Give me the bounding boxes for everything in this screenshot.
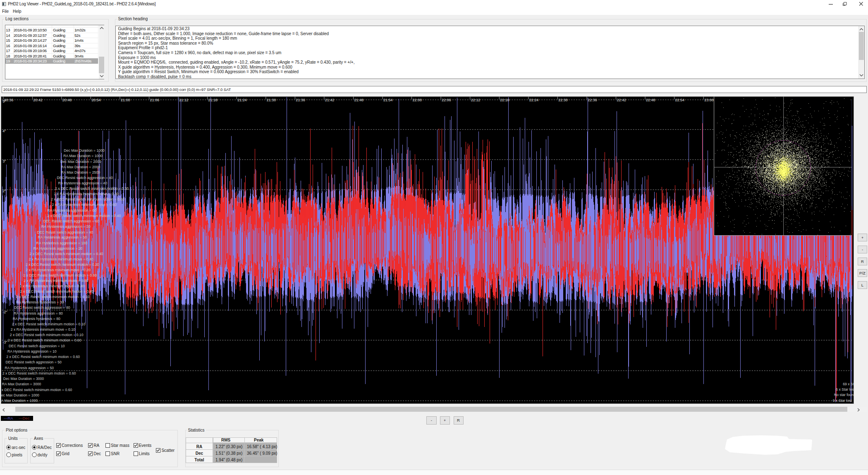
svg-text:RA Hysteresis aggression = 50: RA Hysteresis aggression = 50: [5, 365, 54, 370]
svg-text:2 x DEC Resist switch minimum: 2 x DEC Resist switch minimum motion = 0…: [10, 332, 84, 337]
svg-text:2 x DEC Resist switch minimum: 2 x DEC Resist switch minimum motion = 0…: [2, 371, 76, 375]
svg-text:22:24: 22:24: [529, 98, 538, 102]
svg-text:2 x DEC Resist switch minimum: 2 x DEC Resist switch minimum motion = 0…: [30, 251, 103, 255]
svg-text:21:12: 21:12: [179, 98, 188, 102]
svg-text:22:18: 22:18: [500, 98, 509, 102]
svg-text:2 x RA Hysteresis minimum move: 2 x RA Hysteresis minimum move = 0.80: [24, 278, 88, 282]
svg-text:22:54: 22:54: [675, 98, 684, 102]
svg-text:23:00: 23:00: [704, 98, 713, 102]
svg-text:DEC Resist switch aggression =: DEC Resist switch aggression = 40: [57, 175, 113, 179]
svg-text:2 x DEC Resist switch minimum: 2 x DEC Resist switch minimum motion = 0…: [12, 322, 86, 326]
svg-text:RA Hysteresis aggression = 30: RA Hysteresis aggression = 30: [41, 224, 91, 229]
svg-text:3": 3": [2, 159, 6, 163]
svg-text:2": 2": [2, 189, 6, 193]
svg-text:22:42: 22:42: [617, 98, 626, 102]
svg-text:9 x Star lost: 9 x Star lost: [833, 398, 852, 402]
svg-text:20:42: 20:42: [33, 98, 42, 102]
svg-text:DEC Resist switch aggression =: DEC Resist switch aggression = 60: [43, 219, 100, 223]
svg-text:Dec Max Duration = 3000: Dec Max Duration = 3000: [3, 377, 44, 381]
svg-text:2 x DEC Resist switch minimum: 2 x DEC Resist switch minimum motion = 0…: [51, 197, 124, 201]
svg-text:22:36: 22:36: [588, 98, 597, 102]
svg-text:21:06: 21:06: [150, 98, 159, 102]
svg-text:21:48: 21:48: [354, 98, 363, 102]
svg-text:4": 4": [2, 129, 6, 133]
svg-text:2 x DEC Resist switch minimum: 2 x DEC Resist switch minimum motion = 0…: [8, 338, 81, 342]
svg-text:22:30: 22:30: [558, 98, 567, 102]
svg-text:RA Hysteresis aggression = 50: RA Hysteresis aggression = 50: [38, 235, 87, 239]
svg-text:DEC Resist switch aggression =: DEC Resist switch aggression = 50: [5, 360, 62, 364]
svg-text:20:48: 20:48: [62, 98, 72, 102]
svg-text:5": 5": [2, 99, 6, 103]
svg-text:RA Max Duration = 2500: RA Max Duration = 2500: [61, 170, 100, 174]
svg-text:2 x DEC Resist switch minimum: 2 x DEC Resist switch minimum motion = 0…: [55, 186, 129, 191]
svg-text:No star found: No star found: [834, 393, 854, 397]
svg-text:2 x DEC Resist switch minimum: 2 x DEC Resist switch minimum motion = 0…: [16, 294, 90, 298]
svg-text:RA Hysteresis hysteresis = 80: RA Hysteresis hysteresis = 80: [13, 317, 60, 321]
svg-text:22:12: 22:12: [471, 98, 480, 102]
svg-text:2 x RA Hysteresis minimum move: 2 x RA Hysteresis minimum move = 0.30: [54, 192, 118, 196]
svg-text:69 x Star lost: 69 x Star lost: [843, 382, 854, 386]
svg-text:21:00: 21:00: [121, 98, 130, 102]
svg-text:x DEC Resist switch minimum mo: x DEC Resist switch minimum motion = 0.6…: [2, 387, 72, 391]
svg-text:21:54: 21:54: [383, 98, 392, 102]
svg-text:2 x DEC Resist switch minimum: 2 x DEC Resist switch minimum motion = 0…: [20, 289, 94, 293]
svg-text:22:48: 22:48: [646, 98, 655, 102]
svg-text:2 x RA Hysteresis minimum move: 2 x RA Hysteresis minimum move = 0.40: [29, 257, 93, 261]
svg-text:RA Hysteresis aggression = 80: RA Hysteresis aggression = 80: [14, 311, 63, 315]
svg-text:21:30: 21:30: [267, 98, 276, 102]
svg-text:DEC Resist switch aggression =: DEC Resist switch aggression = 10: [9, 344, 65, 348]
svg-text:21:42: 21:42: [325, 98, 334, 102]
svg-text:2 x DEC Resist switch minimum: 2 x DEC Resist switch minimum motion = 0…: [6, 355, 80, 359]
svg-text:6 x Star lost: 6 x Star lost: [836, 387, 854, 391]
svg-text:2 x DEC Resist switch minimum: 2 x DEC Resist switch minimum motion = 0…: [26, 262, 99, 266]
svg-text:ec Max Duration = 1000: ec Max Duration = 1000: [1, 393, 39, 397]
svg-text:DEC Resist switch aggression =: DEC Resist switch aggression = 40: [37, 230, 93, 234]
svg-text:Dec Max Duration = 2000: Dec Max Duration = 2000: [60, 159, 101, 163]
svg-text:Dec Max Duration = 1000: Dec Max Duration = 1000: [64, 148, 105, 153]
svg-text:2 x DEC Resist switch minimum: 2 x DEC Resist switch minimum motion = 0…: [47, 213, 121, 217]
svg-text:20:54: 20:54: [91, 98, 100, 102]
svg-text:RA Hysteresis aggression = 20: RA Hysteresis aggression = 20: [33, 246, 83, 250]
svg-text:22:00: 22:00: [413, 98, 422, 102]
svg-text:2 x RA Hysteresis minimum move: 2 x RA Hysteresis minimum move = 0.10: [11, 327, 75, 331]
svg-text:A Max Duration = 1000.: A Max Duration = 1000.: [1, 398, 39, 402]
svg-text:DEC Resist switch aggression =: DEC Resist switch aggression = 80: [14, 306, 70, 310]
svg-text:RA Max Duration = 1000: RA Max Duration = 1000: [63, 154, 103, 158]
svg-text:22:06: 22:06: [442, 98, 451, 102]
svg-text:2 x RA Hysteresis minimum move: 2 x RA Hysteresis minimum move = 0.40: [20, 284, 84, 288]
svg-text:RA Hysteresis aggression = 60: RA Hysteresis aggression = 60: [47, 208, 96, 212]
svg-text:21:24: 21:24: [237, 98, 246, 102]
svg-text:21:18: 21:18: [208, 98, 218, 102]
svg-text:RA Max Duration = 3000: RA Max Duration = 3000: [2, 382, 41, 386]
svg-text:RA Hysteresis aggression = 40: RA Hysteresis aggression = 40: [58, 181, 107, 185]
svg-text:RA Hysteresis hysteresis = 30: RA Hysteresis hysteresis = 30: [16, 300, 64, 304]
svg-text:RA Hysteresis aggression = 100: RA Hysteresis aggression = 100: [36, 241, 88, 245]
svg-text:21:36: 21:36: [296, 98, 305, 102]
svg-text:2 x RA Hysteresis minimum move: 2 x RA Hysteresis minimum move = 0.60: [52, 203, 116, 207]
svg-text:RA Hysteresis aggression = 10: RA Hysteresis aggression = 10: [7, 349, 57, 353]
svg-text:2 x RA Hysteresis minimum move: 2 x RA Hysteresis minimum move = 0.20: [26, 267, 91, 272]
svg-text:2 x DEC Resist switch minimum: 2 x DEC Resist switch minimum motion = 0…: [23, 273, 97, 277]
svg-text:RA Max Duration = 2000: RA Max Duration = 2000: [61, 165, 100, 169]
